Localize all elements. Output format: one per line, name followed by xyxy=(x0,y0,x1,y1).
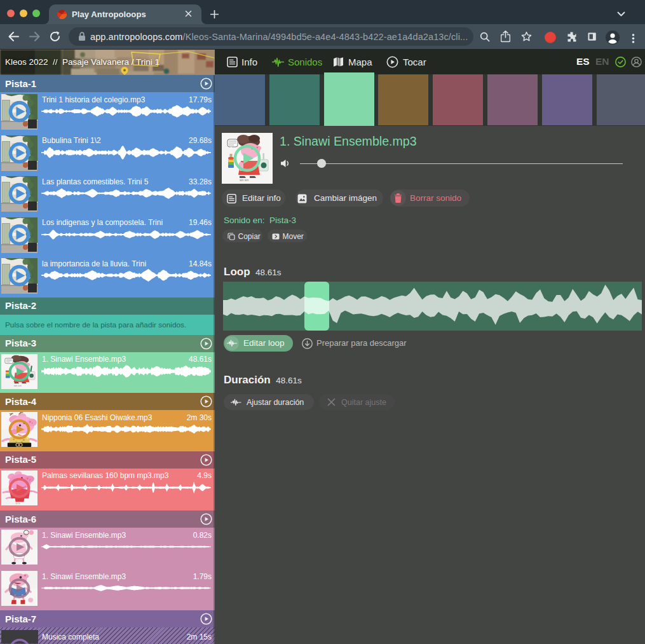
svg-text:sin sin: sin sin xyxy=(14,384,22,387)
svg-text:sin sin: sin sin xyxy=(240,178,248,182)
svg-text:la la: la la xyxy=(16,502,21,505)
